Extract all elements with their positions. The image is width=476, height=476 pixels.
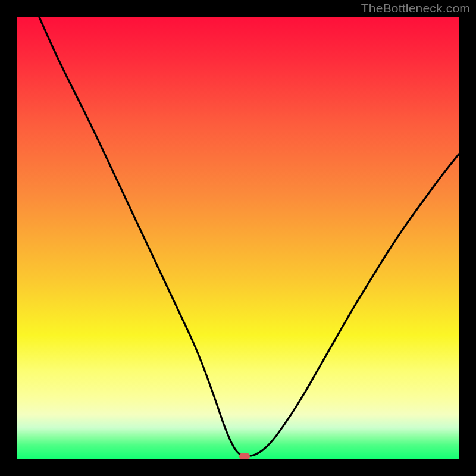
- plot-area: [17, 17, 459, 459]
- attribution-text: TheBottleneck.com: [361, 1, 470, 15]
- bottleneck-curve: [17, 17, 459, 459]
- chart-stage: TheBottleneck.com: [0, 0, 476, 476]
- min-marker: [239, 453, 250, 459]
- bottleneck-curve-path: [39, 17, 459, 456]
